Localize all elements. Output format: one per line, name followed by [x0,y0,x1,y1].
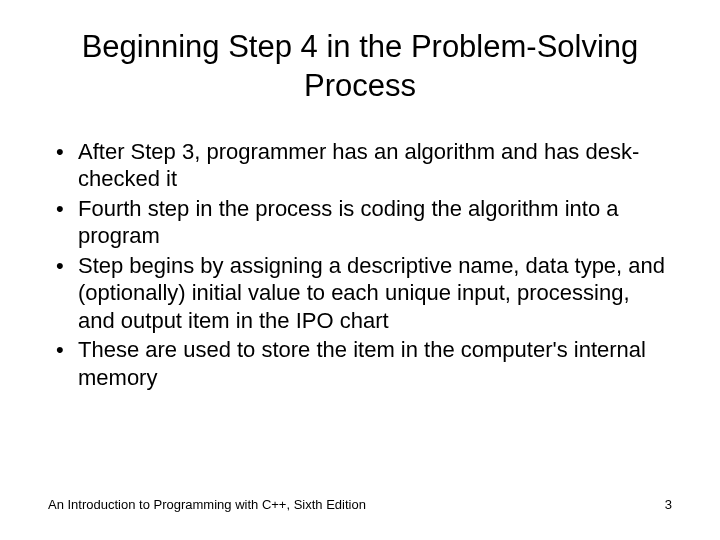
footer-text: An Introduction to Programming with C++,… [48,497,366,512]
page-number: 3 [665,497,672,512]
list-item: Fourth step in the process is coding the… [52,195,672,250]
footer: An Introduction to Programming with C++,… [48,497,672,512]
slide-title: Beginning Step 4 in the Problem-Solving … [48,28,672,106]
list-item: Step begins by assigning a descriptive n… [52,252,672,335]
bullet-list: After Step 3, programmer has an algorith… [48,138,672,392]
list-item: These are used to store the item in the … [52,336,672,391]
list-item: After Step 3, programmer has an algorith… [52,138,672,193]
slide: Beginning Step 4 in the Problem-Solving … [0,0,720,540]
